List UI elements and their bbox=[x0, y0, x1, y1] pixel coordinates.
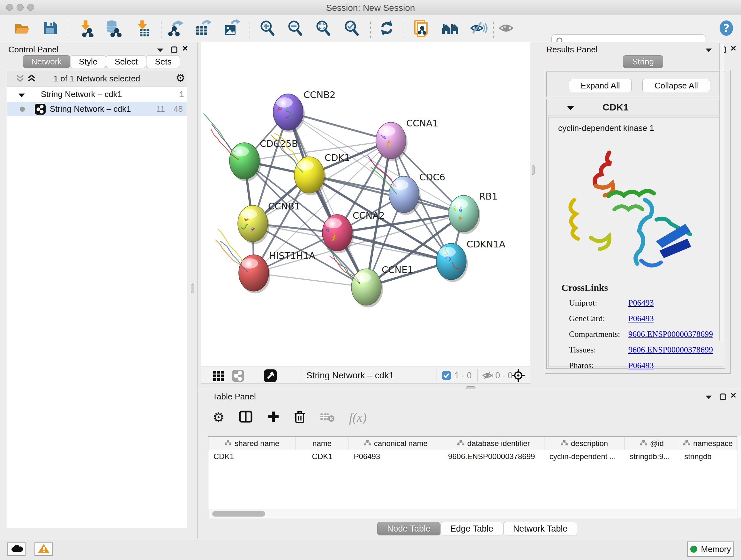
zoom-selected-button[interactable] bbox=[343, 20, 360, 38]
refresh-view-button[interactable] bbox=[378, 20, 396, 38]
fit-selected-crosshair-icon[interactable] bbox=[511, 368, 525, 384]
help-button[interactable]: ? bbox=[718, 20, 735, 38]
string-home-button[interactable] bbox=[442, 20, 460, 38]
column-header-shared-name[interactable]: shared name bbox=[208, 437, 296, 450]
left-splitter-handle[interactable] bbox=[191, 284, 194, 293]
toolbar-separator bbox=[370, 20, 371, 38]
network-node-hist1h1a[interactable]: HIST1H1A bbox=[215, 229, 315, 294]
table-settings-gear-icon[interactable]: ⚙ bbox=[212, 410, 225, 425]
hide-panel-eye-button[interactable] bbox=[497, 20, 515, 38]
network-options-gear-icon[interactable]: ⚙ bbox=[176, 71, 185, 84]
network-row-selected[interactable]: String Network – cdk1 11 48 bbox=[7, 102, 187, 116]
import-table-button[interactable] bbox=[133, 20, 151, 38]
column-header--id[interactable]: @id bbox=[624, 437, 679, 450]
network-canvas[interactable]: CCNB2CCNA1CDC25BCDK1CDC6RB1CCNB1CCNA2CDK… bbox=[201, 42, 530, 367]
close-panel-icon[interactable]: ✕ bbox=[730, 44, 737, 53]
table-row[interactable]: CDK1CDK1P064939606.ENSP00000378699cyclin… bbox=[208, 450, 737, 463]
network-collection-row[interactable]: String Network – cdk1 1 bbox=[7, 88, 187, 101]
tab-style[interactable]: Style bbox=[70, 55, 106, 68]
table-cell[interactable]: CDK1 bbox=[208, 450, 296, 463]
hidden-eye-icon[interactable] bbox=[482, 371, 494, 381]
float-panel-icon[interactable] bbox=[704, 394, 713, 401]
right-splitter-handle[interactable] bbox=[532, 165, 535, 175]
column-header-database-identifier[interactable]: database identifier bbox=[443, 437, 544, 450]
column-header-namespace[interactable]: namespace bbox=[679, 437, 737, 450]
table-cell[interactable]: stringdb bbox=[679, 450, 737, 463]
float-panel-icon[interactable] bbox=[156, 47, 164, 54]
table-hscrollbar-thumb[interactable] bbox=[212, 511, 265, 516]
network-node-rb1[interactable]: RB1 bbox=[449, 191, 498, 234]
network-node-ccnb2[interactable]: CCNB2 bbox=[273, 89, 336, 132]
table-cell[interactable]: 9606.ENSP00000378699 bbox=[443, 450, 544, 463]
create-column-icon[interactable] bbox=[267, 410, 280, 424]
crosslink-label: Compartments: bbox=[569, 329, 628, 339]
string-results-box: Expand All Collapse All CDK1 cyclin-depe… bbox=[545, 70, 731, 374]
maximize-panel-icon[interactable] bbox=[719, 393, 727, 402]
network-column-icon bbox=[457, 439, 464, 448]
column-header-name[interactable]: name bbox=[296, 437, 349, 450]
results-scrollbar-track[interactable] bbox=[719, 44, 724, 341]
export-network-button[interactable] bbox=[167, 20, 185, 38]
selected-checkbox-icon[interactable] bbox=[442, 371, 451, 381]
eye-slash-waves-icon bbox=[469, 19, 488, 38]
tab-select[interactable]: Select bbox=[106, 55, 146, 68]
open-session-button[interactable] bbox=[13, 20, 30, 38]
crosslink-label: Tissues: bbox=[569, 345, 628, 355]
zoom-in-button[interactable] bbox=[259, 20, 276, 38]
cloud-status-button[interactable] bbox=[7, 543, 25, 556]
table-cell[interactable]: stringdb:9... bbox=[624, 450, 679, 463]
table-hscrollbar-track[interactable] bbox=[208, 509, 737, 518]
expand-all-button[interactable]: Expand All bbox=[569, 79, 631, 92]
warnings-button[interactable] bbox=[35, 543, 53, 556]
export-image-button[interactable] bbox=[222, 20, 240, 38]
enable-glass-effect-button[interactable] bbox=[469, 20, 487, 38]
table-cell[interactable]: cyclin-dependent ... bbox=[544, 450, 625, 463]
export-table-button[interactable] bbox=[194, 20, 212, 38]
string-documents-button[interactable] bbox=[412, 20, 430, 38]
tree-expand-icon[interactable] bbox=[18, 91, 25, 101]
tab-network-table[interactable]: Network Table bbox=[503, 522, 578, 536]
table-cell[interactable]: CDK1 bbox=[296, 450, 349, 463]
tab-sets[interactable]: Sets bbox=[146, 55, 180, 68]
crosslink-link[interactable]: 9606.ENSP00000378699 bbox=[628, 345, 713, 355]
birds-eye-view-icon[interactable] bbox=[264, 369, 277, 384]
table-cell[interactable]: P06493 bbox=[348, 450, 443, 463]
save-session-button[interactable] bbox=[41, 20, 59, 38]
crosslink-link[interactable]: P06493 bbox=[628, 298, 654, 308]
selected-counts: 1 - 0 bbox=[455, 371, 472, 381]
gray-eye-icon bbox=[497, 19, 515, 38]
zoom-out-button[interactable] bbox=[286, 20, 304, 38]
cdk1-section-header[interactable]: CDK1 bbox=[547, 99, 725, 116]
close-panel-icon[interactable]: ✕ bbox=[182, 44, 188, 53]
database-icon bbox=[104, 19, 122, 38]
tab-string[interactable]: String bbox=[623, 55, 663, 68]
collapse-all-button[interactable]: Collapse All bbox=[643, 79, 710, 92]
maximize-panel-icon[interactable] bbox=[171, 46, 178, 55]
column-header-description[interactable]: description bbox=[544, 437, 625, 450]
memory-button[interactable]: Memory bbox=[687, 542, 734, 557]
tab-node-table[interactable]: Node Table bbox=[377, 522, 441, 536]
import-network-from-database-button[interactable] bbox=[104, 20, 122, 38]
column-header-canonical-name[interactable]: canonical name bbox=[348, 437, 443, 450]
tab-edge-table[interactable]: Edge Table bbox=[441, 522, 503, 536]
grid-view-icon[interactable] bbox=[212, 370, 224, 383]
network-column-icon bbox=[364, 439, 371, 448]
table-panel-tabs: Node TableEdge TableNetwork Table bbox=[377, 522, 577, 536]
close-panel-icon[interactable]: ✕ bbox=[730, 391, 737, 400]
delete-column-icon[interactable] bbox=[293, 410, 306, 425]
network-node-ccna1[interactable]: CCNA1 bbox=[376, 118, 438, 161]
zoom-fit-button[interactable] bbox=[314, 20, 332, 38]
network-node-cdkn1a[interactable]: CDKN1A bbox=[436, 239, 506, 282]
tab-network[interactable]: Network bbox=[23, 55, 70, 68]
show-columns-icon[interactable] bbox=[239, 410, 253, 424]
section-collapse-icon[interactable] bbox=[566, 105, 575, 113]
node-label-ccne1: CCNE1 bbox=[382, 264, 413, 275]
crosslink-link[interactable]: 9606.ENSP00000378699 bbox=[628, 329, 713, 339]
table-header-row[interactable]: shared namenamecanonical namedatabase id… bbox=[208, 437, 737, 450]
crosslink-link[interactable]: P06493 bbox=[628, 314, 654, 323]
float-panel-icon[interactable] bbox=[704, 47, 713, 54]
string-network-graph[interactable]: CCNB2CCNA1CDC25BCDK1CDC6RB1CCNB1CCNA2CDK… bbox=[201, 42, 530, 367]
import-network-button[interactable] bbox=[77, 20, 94, 38]
crosslink-link[interactable]: P06493 bbox=[628, 361, 654, 370]
share-view-icon[interactable] bbox=[232, 369, 245, 383]
